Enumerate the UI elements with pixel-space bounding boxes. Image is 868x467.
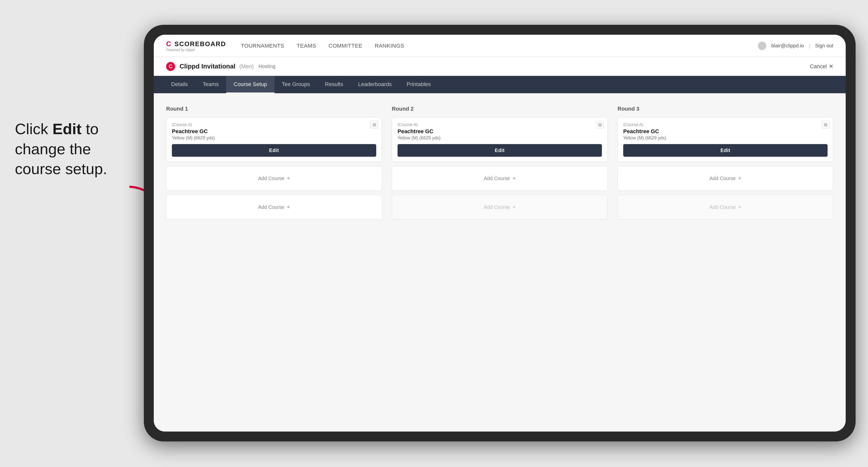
instruction-bold: Edit [53,120,82,137]
tab-results[interactable]: Results [317,76,350,93]
tournament-name: Clippd Invitational [180,62,235,70]
round-2-column: Round 2 ⊠ (Course A) Peachtree GC Yellow… [392,106,608,223]
round-1-add-course-2-text: Add Course + [258,204,290,210]
logo-text: C SCOREBOARD [166,40,226,48]
round-3-delete-button[interactable]: ⊠ [822,121,830,129]
round-1-add-course-1-text: Add Course + [258,175,290,182]
user-email: blair@clippd.io [771,43,804,49]
nav-committee[interactable]: COMMITTEE [329,43,363,49]
nav-divider: | [809,43,810,49]
round-2-title: Round 2 [392,106,608,112]
tournament-gender: (Men) [239,63,253,70]
plus-icon-2: + [287,204,290,210]
round-1-title: Round 1 [166,106,382,112]
cancel-button[interactable]: Cancel ✕ [810,63,833,70]
trash-icon-3: ⊠ [824,122,828,127]
round-2-delete-button[interactable]: ⊠ [596,121,604,129]
round-3-add-course-1[interactable]: Add Course + [618,166,833,191]
close-icon: ✕ [829,63,833,70]
tab-details[interactable]: Details [164,76,195,93]
tab-tee-groups[interactable]: Tee Groups [275,76,318,93]
logo-subtitle: Powered by clippd [166,48,226,52]
round-1-column: Round 1 ⊠ (Course A) Peachtree GC Yellow… [166,106,382,223]
round-3-add-course-1-text: Add Course + [710,175,741,182]
round-3-course-name: Peachtree GC [623,128,828,135]
logo-c-icon: C [166,40,172,48]
round-1-add-course-2[interactable]: Add Course + [166,195,382,219]
tablet-frame: C SCOREBOARD Powered by clippd TOURNAMEN… [144,25,856,441]
round-1-delete-button[interactable]: ⊠ [370,121,378,129]
user-avatar [758,42,766,50]
round-1-add-course-1[interactable]: Add Course + [166,166,382,191]
round-3-edit-button[interactable]: Edit [623,144,828,157]
round-3-title: Round 3 [618,106,833,112]
round-1-add-course-1-label: Add Course [258,176,284,181]
round-2-add-course-2-text: Add Course + [484,204,516,210]
plus-icon-1: + [287,175,290,182]
round-2-course-card: ⊠ (Course A) Peachtree GC Yellow (M) (66… [392,117,608,162]
plus-icon-4: + [513,204,516,210]
round-2-add-course-1-text: Add Course + [484,175,516,182]
round-1-course-card: ⊠ (Course A) Peachtree GC Yellow (M) (66… [166,117,382,162]
logo-scoreboard: SCOREBOARD [174,40,226,48]
round-2-add-course-1-label: Add Course [484,176,510,181]
round-3-course-details: Yellow (M) (6629 yds) [623,135,828,141]
sign-out-link[interactable]: Sign out [815,43,833,49]
round-2-course-details: Yellow (M) (6629 yds) [398,135,602,141]
round-3-course-badge: (Course A) [623,122,828,127]
tab-leaderboards[interactable]: Leaderboards [351,76,399,93]
instruction-text: Click Edit to change the course setup. [15,119,159,179]
nav-tournaments[interactable]: TOURNAMENTS [241,43,284,49]
sub-header-logo: C [166,62,175,71]
round-2-edit-button[interactable]: Edit [398,144,602,157]
round-3-add-course-2-text: Add Course + [710,204,741,210]
round-2-course-name: Peachtree GC [398,128,602,135]
round-2-add-course-1[interactable]: Add Course + [392,166,608,191]
plus-icon-3: + [513,175,516,182]
round-1-edit-button[interactable]: Edit [172,144,376,157]
round-1-course-name: Peachtree GC [172,128,376,135]
tab-course-setup[interactable]: Course Setup [226,76,275,93]
rounds-container: Round 1 ⊠ (Course A) Peachtree GC Yellow… [166,106,833,223]
logo-area: C SCOREBOARD Powered by clippd [166,40,226,52]
round-2-course-badge: (Course A) [398,122,602,127]
nav-right: blair@clippd.io | Sign out [758,42,833,50]
tabs-bar: Details Teams Course Setup Tee Groups Re… [154,76,846,93]
top-nav: C SCOREBOARD Powered by clippd TOURNAMEN… [154,35,846,57]
round-1-course-badge: (Course A) [172,122,376,127]
round-1-add-course-2-label: Add Course [258,205,284,210]
plus-icon-6: + [738,204,741,210]
tablet-screen: C SCOREBOARD Powered by clippd TOURNAMEN… [154,35,846,432]
main-content: Round 1 ⊠ (Course A) Peachtree GC Yellow… [154,93,846,432]
round-3-column: Round 3 ⊠ (Course A) Peachtree GC Yellow… [618,106,833,223]
tab-teams[interactable]: Teams [195,76,226,93]
round-3-course-card: ⊠ (Course A) Peachtree GC Yellow (M) (66… [618,117,833,162]
nav-rankings[interactable]: RANKINGS [375,43,404,49]
round-2-add-course-2-label: Add Course [484,205,510,210]
round-3-add-course-2-label: Add Course [710,205,736,210]
trash-icon: ⊠ [372,122,376,127]
round-1-course-details: Yellow (M) (6629 yds) [172,135,376,141]
trash-icon-2: ⊠ [598,122,602,127]
round-3-add-course-1-label: Add Course [710,176,736,181]
round-3-add-course-2: Add Course + [618,195,833,219]
plus-icon-5: + [738,175,741,182]
cancel-label: Cancel [810,63,827,70]
nav-links: TOURNAMENTS TEAMS COMMITTEE RANKINGS [241,43,758,49]
nav-teams[interactable]: TEAMS [297,43,316,49]
hosting-badge: Hosting [259,63,276,69]
tab-printables[interactable]: Printables [399,76,438,93]
sub-header: C Clippd Invitational (Men) Hosting Canc… [154,57,846,76]
round-2-add-course-2: Add Course + [392,195,608,219]
